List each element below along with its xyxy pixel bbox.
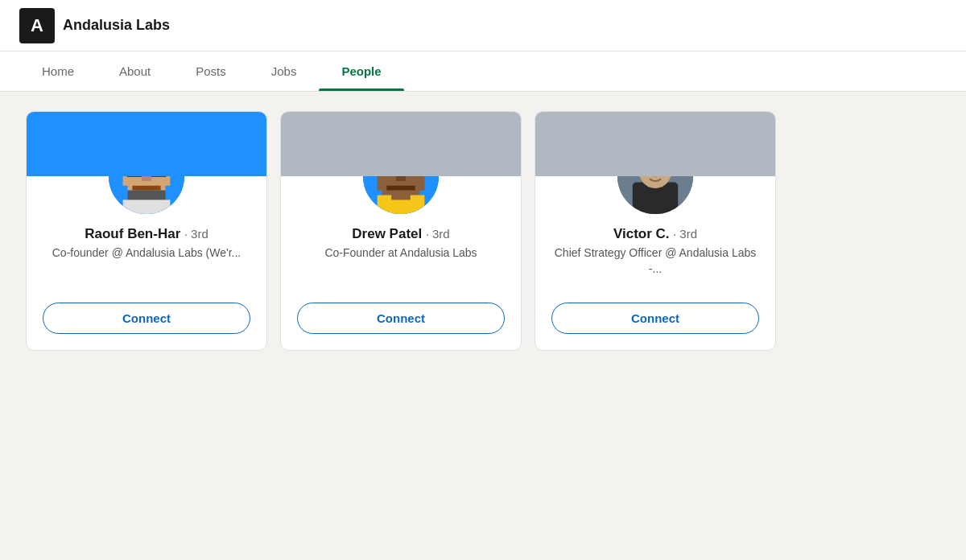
connect-button-victor[interactable]: Connect: [551, 303, 759, 334]
person-name-drew: Drew Patel: [352, 226, 422, 241]
connect-button-drew[interactable]: Connect: [297, 303, 505, 334]
card-banner-victor: [535, 112, 775, 176]
logo-letter: A: [31, 15, 43, 36]
nav-item-people[interactable]: People: [319, 51, 403, 91]
person-title-drew: Co-Founder at Andalusia Labs: [297, 245, 505, 274]
nav-item-about[interactable]: About: [97, 51, 173, 91]
company-logo-container[interactable]: A Andalusia Labs: [19, 8, 170, 43]
main-content: Raouf Ben-Har · 3rd Co-founder @ Andalus…: [0, 92, 966, 370]
nav-item-jobs[interactable]: Jobs: [249, 51, 320, 91]
svg-rect-25: [391, 191, 411, 200]
card-banner-raouf: [27, 112, 266, 176]
card-body-victor: Victor C. · 3rd Chief Strategy Officer @…: [535, 226, 775, 350]
person-name-raouf: Raouf Ben-Har: [85, 226, 180, 241]
navigation: Home About Posts Jobs People: [0, 51, 966, 92]
svg-rect-11: [132, 186, 160, 191]
person-name-victor: Victor C.: [613, 226, 670, 241]
person-title-raouf: Co-founder @ Andalusia Labs (We'r...: [43, 245, 250, 274]
person-card-victor: Victor C. · 3rd Chief Strategy Officer @…: [535, 111, 776, 351]
person-name-line-drew: Drew Patel · 3rd: [297, 226, 505, 242]
svg-rect-13: [123, 200, 171, 214]
person-card-drew: Drew Patel · 3rd Co-Founder at Andalusia…: [280, 111, 522, 351]
connect-button-raouf[interactable]: Connect: [43, 303, 250, 334]
company-name: Andalusia Labs: [63, 17, 170, 34]
people-grid: Raouf Ben-Har · 3rd Co-founder @ Andalus…: [26, 111, 940, 351]
logo-box: A: [19, 8, 55, 43]
person-degree-victor: · 3rd: [673, 227, 697, 241]
svg-rect-23: [386, 186, 415, 191]
person-name-line-victor: Victor C. · 3rd: [551, 226, 759, 242]
person-card-raouf: Raouf Ben-Har · 3rd Co-founder @ Andalus…: [26, 111, 267, 351]
card-body-raouf: Raouf Ben-Har · 3rd Co-founder @ Andalus…: [27, 226, 266, 350]
person-degree-raouf: · 3rd: [184, 227, 208, 241]
person-title-victor: Chief Strategy Officer @ Andalusia Labs …: [551, 245, 759, 290]
svg-rect-22: [396, 176, 406, 181]
nav-item-home[interactable]: Home: [19, 51, 97, 91]
card-banner-drew: [281, 112, 521, 176]
nav-item-posts[interactable]: Posts: [173, 51, 249, 91]
person-degree-drew: · 3rd: [426, 227, 450, 241]
card-body-drew: Drew Patel · 3rd Co-Founder at Andalusia…: [281, 226, 521, 350]
header: A Andalusia Labs: [0, 0, 966, 51]
person-name-line-raouf: Raouf Ben-Har · 3rd: [43, 226, 250, 242]
svg-rect-10: [142, 176, 151, 181]
